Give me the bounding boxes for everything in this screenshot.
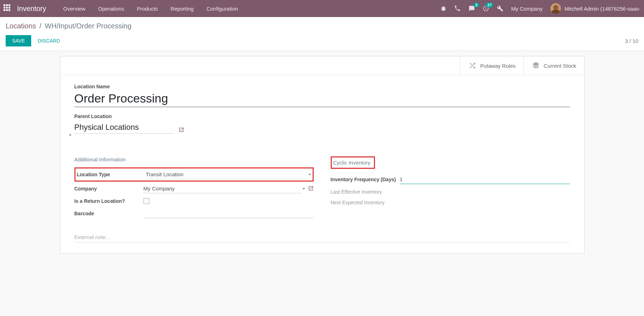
activities-badge: 27	[486, 2, 493, 7]
action-row: Save Discard 3 / 10	[6, 35, 638, 46]
barcode-label: Barcode	[74, 211, 144, 216]
app-title[interactable]: Inventory	[17, 5, 46, 13]
company-select[interactable]	[144, 184, 302, 193]
col-cyclic: Cyclic Inventory Inventory Frequency (Da…	[331, 156, 570, 221]
location-type-label: Location Type	[77, 172, 146, 177]
nav-operations[interactable]: Operations	[92, 6, 130, 12]
breadcrumb: Locations / WH/Input/Order Processing	[6, 22, 638, 30]
chevron-down-icon[interactable]	[308, 174, 311, 176]
company-row: Company	[74, 182, 314, 196]
apps-icon[interactable]	[4, 4, 12, 13]
nav-products[interactable]: Products	[130, 6, 164, 12]
save-button[interactable]: Save	[6, 35, 31, 46]
form-columns: Additional Information Location Type Com…	[74, 156, 570, 221]
barcode-input[interactable]	[144, 209, 314, 218]
col-additional: Additional Information Location Type Com…	[74, 156, 314, 221]
nav-overview[interactable]: Overview	[57, 6, 92, 12]
location-type-row: Location Type	[74, 167, 314, 182]
phone-icon[interactable]	[454, 5, 461, 12]
last-eff-row: Last Effective Inventory	[331, 187, 570, 197]
location-name-input[interactable]	[74, 92, 570, 107]
section-additional-title: Additional Information	[74, 156, 314, 162]
user-name: Mitchell Admin (14876256-saas-	[565, 6, 640, 12]
breadcrumb-root[interactable]: Locations	[6, 22, 36, 30]
chevron-down-icon[interactable]	[302, 188, 305, 190]
location-type-select[interactable]	[146, 170, 308, 179]
navbar-right: 5 27 My Company Mitchell Admin (14876256…	[440, 3, 640, 14]
next-exp-row: Next Expected Inventory	[331, 197, 570, 208]
messages-badge: 5	[474, 2, 479, 7]
inv-freq-input[interactable]	[400, 175, 570, 184]
external-note	[74, 234, 570, 243]
tools-icon[interactable]	[497, 5, 503, 12]
breadcrumb-sep: /	[39, 22, 41, 30]
messages-icon[interactable]: 5	[469, 5, 475, 12]
parent-location-label: Parent Location	[74, 113, 570, 119]
action-bar: Locations / WH/Input/Order Processing Sa…	[0, 17, 644, 51]
is-return-row: Is a Return Location?	[74, 196, 314, 206]
external-note-input[interactable]	[74, 234, 570, 240]
parent-section: Parent Location	[74, 113, 570, 139]
is-return-checkbox[interactable]	[144, 198, 149, 204]
barcode-row: Barcode	[74, 206, 314, 221]
debug-icon[interactable]	[440, 5, 447, 12]
top-navbar: Inventory Overview Operations Products R…	[0, 0, 644, 17]
form-container: Putaway Rules Current Stock Location Nam…	[0, 56, 644, 254]
external-link-icon[interactable]	[308, 185, 314, 192]
parent-location-input[interactable]	[74, 121, 174, 134]
stat-buttons: Putaway Rules Current Stock	[60, 56, 584, 75]
current-stock-button[interactable]: Current Stock	[523, 56, 584, 75]
activities-icon[interactable]: 27	[483, 5, 489, 12]
nav-menu: Overview Operations Products Reporting C…	[57, 6, 244, 12]
company-switcher[interactable]: My Company	[511, 6, 542, 12]
user-menu[interactable]: Mitchell Admin (14876256-saas-	[550, 3, 640, 14]
next-exp-label: Next Expected Inventory	[331, 200, 400, 205]
putaway-rules-label: Putaway Rules	[480, 63, 516, 69]
navbar-left: Inventory Overview Operations Products R…	[4, 4, 245, 13]
inv-freq-label: Inventory Frequency (Days)	[331, 177, 400, 182]
pager[interactable]: 3 / 10	[625, 38, 638, 44]
inv-freq-row: Inventory Frequency (Days)	[331, 172, 570, 187]
chevron-down-icon[interactable]	[69, 134, 72, 136]
current-stock-label: Current Stock	[544, 63, 576, 69]
is-return-label: Is a Return Location?	[74, 198, 144, 204]
avatar	[550, 3, 561, 14]
external-link-icon[interactable]	[179, 127, 184, 134]
company-label: Company	[74, 186, 144, 192]
boxes-icon	[532, 61, 540, 70]
breadcrumb-current: WH/Input/Order Processing	[45, 22, 131, 30]
discard-button[interactable]: Discard	[31, 35, 66, 46]
last-eff-label: Last Effective Inventory	[331, 189, 400, 195]
form-body: Location Name Parent Location Add	[60, 75, 584, 253]
shuffle-icon	[468, 61, 477, 70]
putaway-rules-button[interactable]: Putaway Rules	[460, 56, 523, 75]
location-name-label: Location Name	[74, 84, 570, 89]
section-cyclic-title: Cyclic Inventory	[331, 156, 375, 169]
nav-reporting[interactable]: Reporting	[164, 6, 200, 12]
nav-configuration[interactable]: Configuration	[200, 6, 244, 12]
form-sheet: Putaway Rules Current Stock Location Nam…	[60, 56, 584, 254]
